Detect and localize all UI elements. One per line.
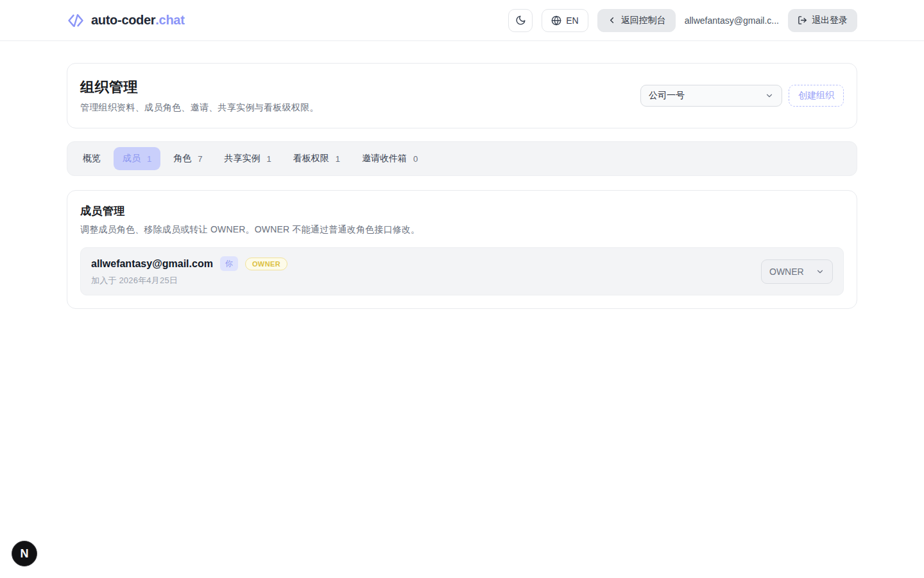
- tab-label: 角色: [173, 153, 191, 164]
- tab-label: 看板权限: [293, 153, 329, 164]
- org-management-header-card: 组织管理 管理组织资料、成员角色、邀请、共享实例与看板级权限。 公司一号 创建组…: [67, 63, 857, 128]
- member-role-value: OWNER: [769, 267, 804, 277]
- org-tabs: 概览 成员 1 角色 7 共享实例 1 看板权限 1 邀请收件箱 0: [67, 141, 857, 176]
- logout-button[interactable]: 退出登录: [788, 9, 857, 32]
- theme-toggle-button[interactable]: [508, 9, 533, 32]
- brand-name: auto-coder.chat: [91, 13, 185, 28]
- globe-icon: [551, 15, 561, 26]
- logout-icon: [798, 15, 807, 25]
- top-header: auto-coder.chat EN: [0, 0, 924, 41]
- tab-label: 概览: [83, 153, 101, 164]
- tab-count: 1: [336, 154, 340, 164]
- you-badge: 你: [220, 256, 238, 271]
- tab-roles[interactable]: 角色 7: [164, 147, 211, 170]
- member-section-title: 成员管理: [80, 204, 844, 218]
- member-management-card: 成员管理 调整成员角色、移除成员或转让 OWNER。OWNER 不能通过普通改角…: [67, 190, 857, 309]
- brand-suffix: .chat: [155, 13, 184, 27]
- tab-count: 0: [413, 154, 418, 164]
- chevron-left-icon: [607, 15, 617, 25]
- code-brackets-icon: [67, 12, 85, 30]
- member-row: allwefantasy@gmail.com 你 OWNER 加入于 2026年…: [80, 247, 844, 295]
- user-email: allwefantasy@gmail.c...: [685, 15, 779, 26]
- logout-label: 退出登录: [812, 15, 848, 26]
- app-logo[interactable]: auto-coder.chat: [67, 12, 185, 30]
- tab-invite-inbox[interactable]: 邀请收件箱 0: [353, 147, 427, 170]
- page-subtitle: 管理组织资料、成员角色、邀请、共享实例与看板级权限。: [80, 102, 319, 114]
- tab-overview[interactable]: 概览: [74, 147, 110, 170]
- back-to-console-button[interactable]: 返回控制台: [597, 9, 676, 32]
- brand-main: auto-coder: [91, 13, 155, 27]
- tab-label: 邀请收件箱: [362, 153, 407, 164]
- member-section-description: 调整成员角色、移除成员或转让 OWNER。OWNER 不能通过普通改角色接口修改…: [80, 224, 844, 236]
- tab-count: 7: [198, 154, 202, 164]
- member-role-select[interactable]: OWNER: [761, 259, 833, 284]
- language-button[interactable]: EN: [542, 9, 588, 32]
- create-org-button[interactable]: 创建组织: [789, 85, 844, 107]
- nextjs-devtools-badge[interactable]: N: [12, 541, 37, 566]
- org-select-value: 公司一号: [649, 90, 685, 101]
- page-title: 组织管理: [80, 78, 319, 97]
- member-joined-date: 加入于 2026年4月25日: [91, 275, 287, 286]
- language-label: EN: [566, 15, 578, 26]
- main-content: 组织管理 管理组织资料、成员角色、邀请、共享实例与看板级权限。 公司一号 创建组…: [67, 41, 857, 309]
- moon-icon: [515, 15, 526, 26]
- back-to-console-label: 返回控制台: [621, 15, 666, 26]
- member-email: allwefantasy@gmail.com: [91, 258, 213, 270]
- tab-shared-instances[interactable]: 共享实例 1: [215, 147, 280, 170]
- tab-label: 成员: [123, 153, 141, 164]
- tab-members[interactable]: 成员 1: [114, 147, 160, 170]
- org-select[interactable]: 公司一号: [640, 85, 782, 107]
- chevron-down-icon: [765, 91, 774, 100]
- chevron-down-icon: [816, 267, 825, 276]
- tab-count: 1: [147, 154, 151, 164]
- tab-label: 共享实例: [224, 153, 260, 164]
- tab-count: 1: [266, 154, 271, 164]
- owner-badge: OWNER: [245, 258, 287, 270]
- tab-board-permissions[interactable]: 看板权限 1: [284, 147, 349, 170]
